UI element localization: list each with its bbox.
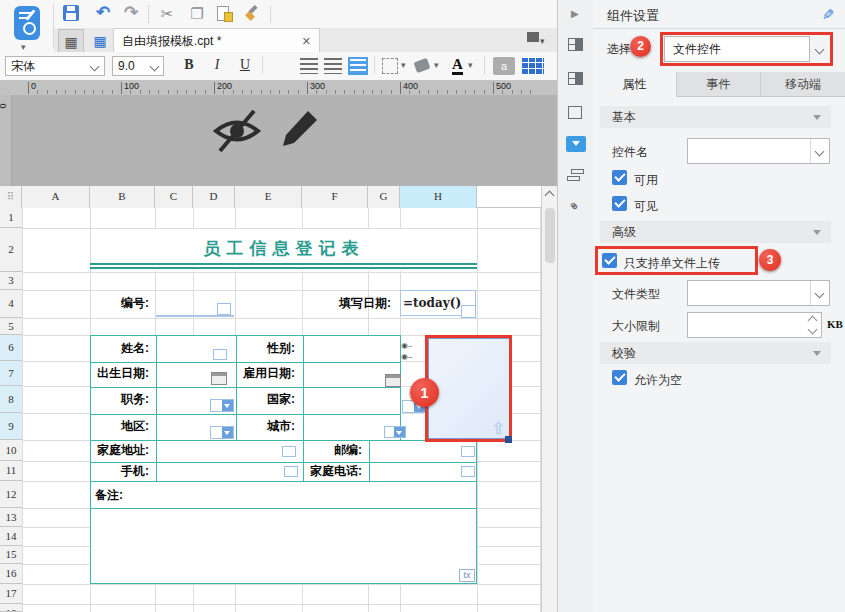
field-label-home-address[interactable]: 家庭地址: [90, 440, 153, 461]
tab-close-icon[interactable]: ✕ [302, 29, 311, 53]
radio-widget-icon[interactable]: ◉– [401, 352, 412, 361]
grid-view-icon[interactable]: ▦ [58, 29, 84, 53]
condition-attribute-icon[interactable] [567, 176, 580, 181]
row-header[interactable]: 14 [0, 527, 22, 546]
tab-events[interactable]: 事件 [677, 72, 761, 97]
font-size-combo[interactable]: 9.0 [112, 56, 164, 76]
column-header[interactable]: B [90, 186, 155, 208]
cell-attribute-icon[interactable] [568, 72, 583, 85]
fr-grid-icon[interactable]: ▦ [87, 29, 113, 53]
edit-pencil-icon[interactable]: ✎ [822, 6, 835, 24]
visible-checkbox[interactable] [612, 196, 627, 211]
column-header[interactable]: E [235, 186, 302, 208]
table-grid-icon[interactable] [522, 57, 544, 75]
field-label-region[interactable]: 地区: [90, 413, 153, 440]
tab-properties[interactable]: 属性 [593, 72, 677, 97]
cell-element-icon[interactable] [568, 38, 583, 51]
app-logo-icon[interactable] [14, 6, 40, 40]
underline-button[interactable]: U [234, 54, 256, 76]
date-widget-icon[interactable] [385, 374, 401, 387]
field-label-birth-date[interactable]: 出生日期: [90, 361, 153, 386]
row-header[interactable]: 15 [0, 546, 22, 564]
redo-icon[interactable]: ↷ [120, 3, 142, 23]
scrollbar-thumb[interactable] [545, 208, 555, 263]
radio-widget-icon[interactable]: ◉– [401, 341, 412, 350]
merge-cell-icon[interactable]: a [493, 57, 515, 75]
column-header[interactable]: A [22, 186, 90, 208]
field-label-country[interactable]: 国家: [235, 386, 299, 413]
float-panel-arrow-icon[interactable]: ▾ [540, 36, 545, 46]
field-label-no[interactable]: 编号: [90, 290, 153, 317]
checkbox-widget-icon[interactable] [461, 466, 475, 477]
cut-icon[interactable]: ✂ [156, 4, 178, 24]
size-limit-spinner[interactable] [687, 312, 822, 338]
section-validation[interactable]: 校验 [600, 342, 831, 364]
enabled-checkbox[interactable] [612, 170, 627, 185]
font-color-arrow-icon[interactable]: ▾ [468, 60, 473, 70]
field-label-name[interactable]: 姓名: [90, 335, 153, 361]
field-label-position[interactable]: 职务: [90, 386, 153, 413]
align-right-icon[interactable] [348, 57, 368, 75]
copy-icon[interactable]: ❐ [186, 4, 208, 24]
row-header[interactable]: 13 [0, 508, 22, 527]
document-tab[interactable]: 自由填报模板.cpt * ✕ [113, 28, 320, 52]
widget-settings-icon[interactable] [566, 136, 586, 152]
undo-icon[interactable]: ↶ [92, 3, 114, 23]
row-header[interactable]: 4 [0, 290, 22, 318]
widget-select-combo[interactable]: 文件控件 [664, 36, 810, 62]
borders-arrow-icon[interactable]: ▾ [401, 60, 406, 70]
row-header[interactable]: 8 [0, 386, 22, 413]
column-header[interactable]: C [155, 186, 193, 208]
dropdown-widget-icon[interactable] [210, 426, 234, 439]
date-widget-icon[interactable] [211, 372, 227, 385]
column-header[interactable]: G [368, 186, 400, 208]
field-label-city[interactable]: 城市: [235, 413, 299, 440]
align-left-icon[interactable] [300, 58, 318, 74]
field-label-postcode[interactable]: 邮编: [302, 440, 366, 461]
spreadsheet-area[interactable]: ⠿ A B C D E F G H 1 2 3 4 5 6 7 8 9 10 1… [0, 186, 557, 612]
field-label-fill-date[interactable]: 填写日期: [270, 290, 397, 317]
bold-button[interactable]: B [178, 54, 200, 76]
tab-mobile[interactable]: 移动端 [761, 72, 845, 97]
font-color-icon[interactable]: A [452, 57, 463, 75]
row-header[interactable]: 12 [0, 481, 22, 508]
checkbox-widget-icon[interactable] [217, 303, 231, 315]
column-header[interactable]: D [193, 186, 235, 208]
checkbox-widget-icon[interactable] [284, 466, 298, 477]
row-header[interactable]: 16 [0, 564, 22, 584]
dropdown-widget-icon[interactable] [210, 399, 234, 412]
row-header[interactable]: 11 [0, 461, 22, 481]
italic-button[interactable]: I [206, 54, 228, 76]
row-header[interactable]: 2 [0, 228, 22, 272]
section-advanced[interactable]: 高级 [600, 221, 831, 243]
save-icon[interactable] [63, 5, 79, 21]
checkbox-widget-icon[interactable] [461, 305, 476, 318]
align-center-icon[interactable] [324, 58, 342, 74]
app-menu-arrow-icon[interactable]: ▾ [21, 42, 26, 52]
field-label-gender[interactable]: 性别: [235, 335, 299, 361]
section-basic[interactable]: 基本 [600, 106, 831, 128]
control-name-combo[interactable] [687, 138, 830, 164]
row-header[interactable]: 3 [0, 272, 22, 290]
field-label-home-phone[interactable]: 家庭电话: [302, 461, 366, 481]
file-type-combo[interactable] [687, 280, 830, 306]
float-element-icon[interactable] [568, 106, 582, 119]
vertical-scrollbar[interactable] [541, 186, 557, 612]
dropdown-widget-icon[interactable] [384, 426, 406, 438]
hyperlink-icon[interactable]: ⚭ [564, 196, 584, 216]
collapse-panel-icon[interactable]: ▶ [571, 8, 579, 19]
fill-color-arrow-icon[interactable]: ▾ [434, 60, 439, 70]
condition-attribute-icon[interactable] [571, 169, 584, 174]
row-header[interactable]: 18 [0, 604, 22, 612]
scroll-up-icon[interactable] [544, 190, 554, 200]
row-header[interactable]: 5 [0, 318, 22, 335]
row-header[interactable]: 9 [0, 413, 22, 440]
edit-pencil-icon[interactable] [282, 108, 320, 152]
select-all-corner[interactable]: ⠿ [0, 186, 22, 208]
format-painter-icon[interactable] [244, 5, 260, 21]
remarks-label-cell[interactable]: 备注: [90, 481, 477, 509]
remarks-input-cell[interactable]: tx [90, 508, 477, 584]
borders-icon[interactable] [382, 58, 398, 74]
checkbox-widget-icon[interactable] [461, 446, 475, 457]
field-label-mobile[interactable]: 手机: [90, 461, 153, 481]
